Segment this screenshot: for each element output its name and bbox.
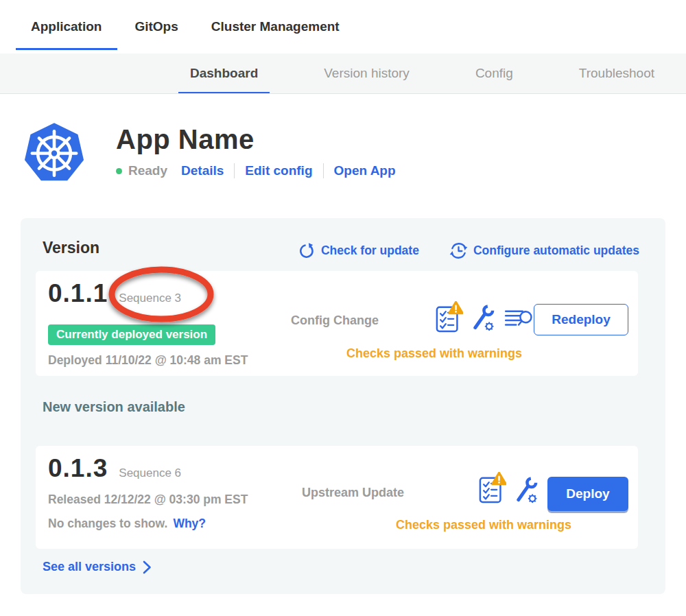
tab-cluster-management[interactable]: Cluster Management [211,0,340,54]
status-dot-icon [116,168,122,174]
scheduled-update-icon [449,241,468,260]
refresh-icon [298,242,316,259]
current-version-card: 0.1.1 Sequence 3 Currently deployed vers… [36,271,638,376]
release-notes-diff-icon[interactable] [504,308,534,334]
primary-nav: Application GitOps Cluster Management [0,0,686,54]
divider [234,163,235,178]
new-version-heading: New version available [43,399,185,415]
open-app-link[interactable]: Open App [334,163,396,178]
tab-gitops[interactable]: GitOps [134,0,178,54]
configure-auto-updates-label: Configure automatic updates [473,244,639,258]
current-checks-status: Checks passed with warnings [346,346,522,361]
chevron-right-icon [143,560,152,574]
see-all-versions-link[interactable]: See all versions [43,560,152,574]
details-link[interactable]: Details [181,163,224,178]
see-all-versions-label: See all versions [43,560,136,574]
check-for-update-link[interactable]: Check for update [298,242,419,259]
subtab-troubleshoot[interactable]: Troubleshoot [579,54,654,94]
available-source-type: Upstream Update [302,486,404,500]
tab-application[interactable]: Application [31,0,102,54]
panel-title: Version [43,239,99,257]
current-source-type: Config Change [291,313,379,328]
released-timestamp: Released 12/12/22 @ 03:30 pm EST [48,493,248,507]
divider [323,163,324,178]
check-for-update-label: Check for update [321,244,419,258]
deployed-badge: Currently deployed version [48,324,215,345]
why-link[interactable]: Why? [173,517,206,531]
subtab-version-history[interactable]: Version history [324,54,410,94]
version-panel: Version Check for update Con [21,218,665,594]
app-header: App Name Ready Details Edit config Open … [0,120,686,187]
preflight-checklist-warning-icon[interactable] [436,301,463,335]
available-version-number: 0.1.3 [48,454,108,483]
no-changes-note: No changes to show. [48,517,167,531]
current-sequence: Sequence 3 [119,292,181,305]
kubernetes-logo-icon [23,120,86,187]
deployed-timestamp: Deployed 11/10/22 @ 10:48 am EST [48,353,248,368]
deploy-button[interactable]: Deploy [547,477,628,511]
subtab-dashboard[interactable]: Dashboard [190,54,258,94]
app-name: App Name [116,124,396,155]
available-sequence: Sequence 6 [119,466,181,480]
current-version-number: 0.1.1 [48,279,108,308]
secondary-nav: Dashboard Version history Config Trouble… [0,54,686,94]
available-version-card: 0.1.3 Sequence 6 Released 12/12/22 @ 03:… [36,446,638,549]
redeploy-button[interactable]: Redeploy [534,304,628,335]
subtab-config[interactable]: Config [475,54,513,94]
preflight-checklist-warning-icon[interactable] [479,472,506,506]
available-checks-status: Checks passed with warnings [396,518,571,532]
config-wrench-icon[interactable] [471,304,497,335]
app-status: Ready [128,163,167,178]
configure-auto-updates-link[interactable]: Configure automatic updates [449,241,639,260]
edit-config-link[interactable]: Edit config [245,163,312,178]
config-wrench-icon[interactable] [514,476,540,508]
